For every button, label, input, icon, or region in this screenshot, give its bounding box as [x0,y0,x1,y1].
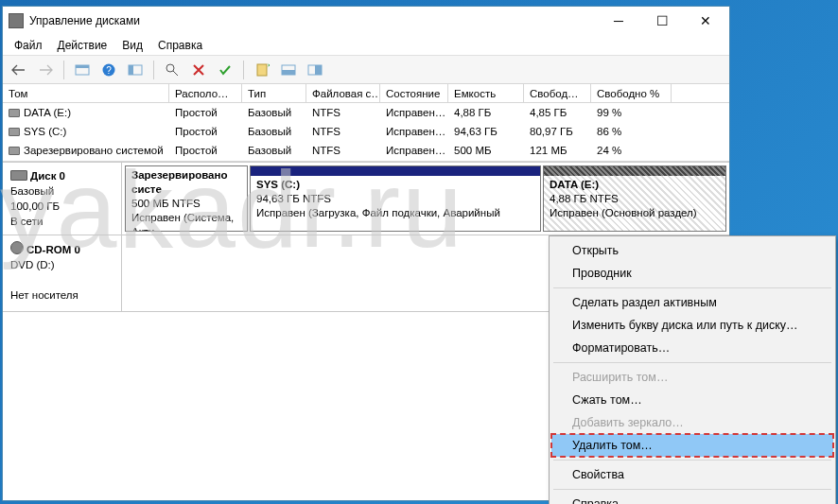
disk-icon [10,170,27,181]
col-type[interactable]: Тип [242,84,306,102]
context-menu-item[interactable]: Проводник [551,262,833,285]
context-menu-separator [553,362,831,363]
disk-0-type: Базовый [10,185,54,197]
panel2-icon [128,62,143,78]
svg-text:?: ? [106,65,112,76]
menubar: Файл Действие Вид Справка [3,35,729,56]
context-menu-item[interactable]: Открыть [551,239,833,262]
col-location[interactable]: Располо… [169,84,242,102]
menu-view[interactable]: Вид [122,39,143,52]
titlebar: Управление дисками ─ ☐ ✕ [3,7,729,35]
partition-bar [251,166,540,176]
panel3-icon [281,62,296,78]
svg-rect-5 [129,65,133,75]
cdrom-icon [10,241,24,254]
cdrom-status: Нет носителя [10,289,79,301]
disk-0-name: Диск 0 [30,170,65,182]
context-menu-item[interactable]: Справка [551,493,833,504]
x-icon [191,62,206,78]
context-menu-item[interactable]: Изменить букву диска или путь к диску… [551,314,833,337]
context-menu-item[interactable]: Сделать раздел активным [551,291,833,314]
partition-state: Исправен (Система, Акти [131,212,234,232]
col-state[interactable]: Состояние [380,84,448,102]
context-menu-separator [553,460,831,461]
disk-0-row: Диск 0 Базовый 100,00 ГБ В сети Зарезерв… [3,162,729,235]
col-fs[interactable]: Файловая с… [306,84,380,102]
svg-rect-1 [76,65,89,68]
svg-rect-12 [315,65,322,75]
toolbar: ? ✶ [3,56,729,84]
volume-table: Том Располо… Тип Файловая с… Состояние Е… [3,84,729,162]
context-menu: ОткрытьПроводникСделать раздел активнымИ… [549,235,836,504]
tb-view2[interactable] [125,60,146,80]
window-title: Управление дисками [29,14,597,27]
back-button[interactable] [9,60,29,80]
partition-state: Исправен (Основной раздел) [550,207,697,218]
col-free-pct[interactable]: Свободно % [591,84,672,102]
app-icon [9,13,24,28]
col-free[interactable]: Свобод… [524,84,591,102]
col-volume[interactable]: Том [3,84,169,102]
partition-sub: 4,88 ГБ NTFS [550,193,619,204]
volume-icon [9,109,20,117]
context-menu-separator [553,287,831,288]
volume-icon [9,147,20,155]
disk-0-size: 100,00 ГБ [10,200,60,212]
svg-text:✶: ✶ [267,62,270,70]
table-row[interactable]: DATA (E:)ПростойБазовыйNTFSИсправен…4,88… [3,103,729,122]
partition-state: Исправен (Загрузка, Файл подкачки, Авари… [256,207,500,218]
panel-icon [75,62,90,78]
col-capacity[interactable]: Емкость [448,84,524,102]
panel4-icon [307,62,323,78]
volume-icon [9,128,20,136]
menu-file[interactable]: Файл [14,39,43,52]
cdrom-label[interactable]: CD-ROM 0 DVD (D:) Нет носителя [3,235,122,311]
tb-view3[interactable] [278,60,299,80]
table-body: DATA (E:)ПростойБазовыйNTFSИсправен…4,88… [3,103,729,161]
context-menu-item[interactable]: Сжать том… [551,389,833,411]
tb-new[interactable]: ✶ [252,60,272,80]
partition-title: DATA (E:) [550,179,599,190]
context-menu-item: Добавить зеркало… [551,411,833,434]
svg-rect-10 [282,70,295,75]
partition-reserved[interactable]: Зарезервировано систе 500 МБ NTFS Исправ… [125,165,248,232]
cdrom-sub: DVD (D:) [10,259,55,270]
partition-sub: 94,63 ГБ NTFS [256,193,331,204]
svg-rect-7 [257,64,267,76]
maximize-button[interactable]: ☐ [640,8,684,34]
table-header: Том Располо… Тип Файловая с… Состояние Е… [3,84,729,103]
tb-view1[interactable] [72,60,93,80]
close-button[interactable]: ✕ [684,8,727,34]
toolbar-separator [63,61,64,79]
tb-help[interactable]: ? [98,60,119,80]
partition-data[interactable]: DATA (E:) 4,88 ГБ NTFS Исправен (Основно… [543,165,726,232]
arrow-right-icon [38,62,53,78]
help-icon: ? [101,62,116,78]
check-icon [218,62,233,78]
table-row[interactable]: Зарезервировано системойПростойБазовыйNT… [3,141,729,160]
menu-help[interactable]: Справка [158,39,202,52]
partition-sys[interactable]: SYS (C:) 94,63 ГБ NTFS Исправен (Загрузк… [250,165,541,232]
menu-action[interactable]: Действие [58,39,108,52]
window-controls: ─ ☐ ✕ [597,8,727,34]
table-row[interactable]: SYS (C:)ПростойБазовыйNTFSИсправен…94,63… [3,122,729,141]
partition-sub: 500 МБ NTFS [131,198,201,209]
tb-refresh[interactable] [215,60,236,80]
tb-delete[interactable] [188,60,209,80]
context-menu-item[interactable]: Форматировать… [551,337,833,359]
search-icon [165,62,180,78]
partition-title: SYS (C:) [256,179,300,190]
cdrom-name: CD-ROM 0 [26,244,80,255]
forward-button[interactable] [35,60,56,80]
context-menu-item[interactable]: Свойства [551,463,833,486]
context-menu-item[interactable]: Удалить том… [551,434,833,457]
new-icon: ✶ [254,62,270,78]
disk-0-label[interactable]: Диск 0 Базовый 100,00 ГБ В сети [3,163,122,235]
arrow-left-icon [11,62,26,78]
tb-view4[interactable] [305,60,325,80]
disk-0-status: В сети [10,216,43,227]
toolbar-separator [153,61,154,79]
minimize-button[interactable]: ─ [597,8,640,34]
disk-0-partitions: Зарезервировано систе 500 МБ NTFS Исправ… [122,163,729,235]
tb-find[interactable] [162,60,183,80]
